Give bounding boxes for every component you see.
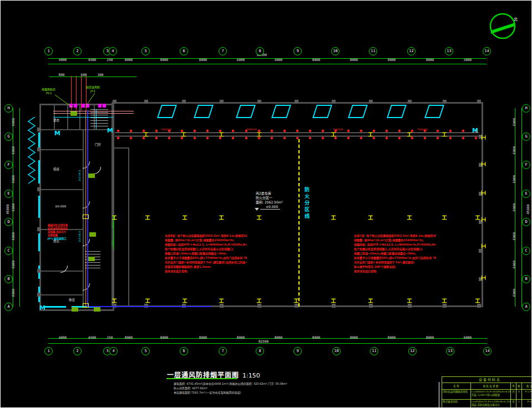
interior-wall xyxy=(128,147,129,307)
dim-text: 3200 xyxy=(111,239,114,247)
grid-bubble: 6 xyxy=(180,47,188,55)
dim-text: 8000 xyxy=(275,335,282,339)
fire-compartment-line xyxy=(298,139,300,307)
dim-text: 6000 xyxy=(237,58,245,62)
beam-mark: 工 xyxy=(331,216,336,221)
schedule-row: 消防高温排烟轴流风机 L=30000m³/h,P=450Pa,N=4.0kW,3… xyxy=(442,390,532,400)
beam-mark: 工 xyxy=(219,299,224,304)
beam-mark: 工 xyxy=(331,132,336,137)
beam-mark: 工 xyxy=(480,243,485,248)
duct-riser xyxy=(85,110,86,307)
beam-mark: 工 xyxy=(112,299,116,304)
note-line: 建筑面积: 4731.45m²(其中仓库4408.1m²),附属办公用房面积: … xyxy=(174,381,287,386)
column xyxy=(220,100,224,104)
equip-spec: L=30000m³/h,P=450Pa,N=4.0kW,380V,吊装,与280… xyxy=(471,390,511,399)
room-label-line: 丙2类仓库 xyxy=(256,191,283,196)
column xyxy=(408,304,412,308)
beam-mark: 工 xyxy=(256,132,261,137)
note-line: 每个防烟分区设常闭排烟口,火灾时开启着火分区排烟口; xyxy=(165,247,247,251)
column xyxy=(37,187,41,191)
dim-text: 8000 xyxy=(160,335,168,339)
fan-m-symbol: M xyxy=(472,127,478,134)
fan-m-symbol: M xyxy=(54,130,60,137)
grid-bubble: B xyxy=(4,275,13,283)
callout-label: 排烟风机房 xyxy=(42,87,55,91)
grid-bubble: 2 xyxy=(73,47,82,55)
dim-text: 6000 xyxy=(11,203,15,211)
annex-wall xyxy=(39,104,114,311)
damper-marker xyxy=(233,134,234,135)
damper-marker xyxy=(412,134,413,135)
grid-bubble: 2 xyxy=(73,347,82,355)
stairs xyxy=(90,109,108,128)
col-header: 名 称 xyxy=(442,383,471,389)
column xyxy=(37,147,41,151)
elevation-marker-icon xyxy=(255,208,259,211)
pipe-label: DN100 xyxy=(78,231,81,242)
dim-line xyxy=(48,338,487,339)
cad-viewport[interactable]: 北 82590 82590 45000 45000 12345678910111… xyxy=(0,0,532,408)
beam-mark: 工 xyxy=(407,299,412,304)
grid-bubble: D xyxy=(522,218,530,226)
grid-bubble: 11 xyxy=(369,47,377,55)
dim-line xyxy=(19,108,20,307)
column xyxy=(369,100,373,104)
window xyxy=(38,233,40,251)
beam-mark: 工 xyxy=(407,216,412,221)
room-name: 休息 xyxy=(69,298,75,302)
note-line: 补风量不小于排烟量的50%,即≥77000m³/h,由外门自然补风 78m², xyxy=(354,256,436,260)
column xyxy=(295,100,298,104)
column xyxy=(295,304,298,308)
note-line: 可开启外门面积>补风所需面积7.7m²,满足要求(自然补风口风速<3m/s); xyxy=(165,260,247,264)
beam-mark: 工 xyxy=(480,275,485,280)
dim-text: 6000 xyxy=(11,289,15,297)
grid-bubble: 7 xyxy=(219,347,227,355)
dim-text: 8000 xyxy=(125,58,133,62)
vent-box xyxy=(83,303,89,308)
beam-mark: 工 xyxy=(182,299,187,304)
dim-text: 6000 xyxy=(11,261,15,268)
beam-mark: 工 xyxy=(442,132,447,137)
column xyxy=(257,304,261,308)
dim-text: 8000 xyxy=(350,335,358,339)
note-line: 本层建筑面积 7291.7m² (一层为仓库及附属用房组成) xyxy=(174,390,287,395)
dim-text: 6000 xyxy=(512,261,516,268)
column xyxy=(113,100,116,104)
note-line: 仓库C区: 每个防火分区建筑面积2562.5m²,净高8.1m,按规范GB512… xyxy=(354,233,436,238)
beam-mark: 工 xyxy=(256,216,261,221)
partition xyxy=(39,149,84,150)
dim-text: 8000 xyxy=(312,335,320,339)
grid-bubble: D xyxy=(4,218,13,226)
damper-marker xyxy=(348,134,349,135)
dim-text: 4500 xyxy=(88,58,96,62)
smoke-calc-notes: 仓库B区: 每个防火分区建筑面积2562.5m²,净高8.1m,按规范GB512… xyxy=(165,233,247,273)
grid-bubble: 9 xyxy=(293,347,302,355)
beam-mark: 工 xyxy=(368,132,373,137)
equip-qty: 2 xyxy=(516,400,522,408)
dim-text: 6000 xyxy=(512,175,516,183)
room-label-line: 面积: 2562.50m² xyxy=(256,200,283,205)
grid-bubble: 8 xyxy=(256,347,264,355)
beam-mark: 工 xyxy=(407,132,412,137)
note-line: 防火阀平时常开,280℃熔断关闭; xyxy=(354,264,436,269)
note-line: 可开启外门面积>补风所需面积7.7m²,满足要求; xyxy=(354,260,436,264)
dim-text: 8000 xyxy=(199,58,207,62)
grid-bubble: 10 xyxy=(331,47,340,55)
damper-marker xyxy=(438,134,438,135)
dim-text: 6000 xyxy=(11,175,15,183)
beam-mark: 工 xyxy=(112,216,116,221)
schedule-header-row: 名 称 规 格 及 参 数 单位 数量 备 注 xyxy=(442,383,532,390)
damper-marker xyxy=(450,134,451,135)
duct-size-label: 750X250 xyxy=(246,128,257,131)
note-line: 其余详见设计说明. xyxy=(165,269,247,273)
fan-m-symbol: M xyxy=(39,304,45,312)
beam-mark: 工 xyxy=(256,299,261,304)
damper-marker xyxy=(476,134,477,135)
column xyxy=(332,304,336,308)
beam-mark: 工 xyxy=(368,216,373,221)
grid-bubble: 14 xyxy=(483,347,492,355)
hatch-zigzag xyxy=(26,117,38,185)
callout-label: 加压送风机 xyxy=(86,85,100,89)
beam-mark: 工 xyxy=(219,132,224,137)
window xyxy=(38,160,40,183)
